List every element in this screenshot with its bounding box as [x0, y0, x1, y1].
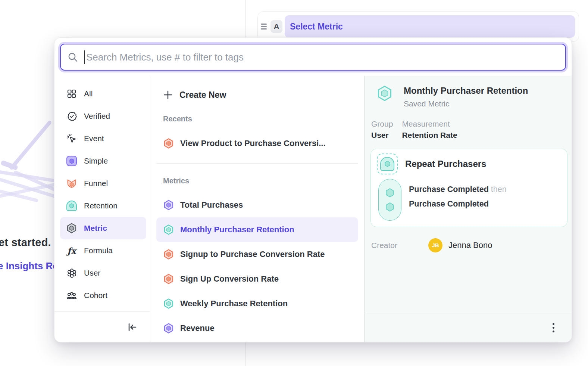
- sidebar-item-user[interactable]: User: [60, 262, 146, 284]
- search-box[interactable]: [60, 44, 566, 71]
- sidebar-item-label: All: [84, 89, 93, 98]
- sidebar-item-label: Event: [84, 134, 104, 143]
- metric-row-label: Total Purchases: [180, 200, 243, 210]
- retention-metric-icon: [66, 200, 77, 211]
- definition-card: Repeat Purchasers: [370, 149, 567, 227]
- group-field: Group User: [371, 120, 393, 140]
- group-label: Group: [371, 120, 393, 128]
- metric-hexagon-icon: [66, 223, 77, 234]
- recent-item[interactable]: View Product to Purchase Conversi...: [156, 131, 358, 156]
- grid-icon: [66, 88, 77, 99]
- background-headline-fragment: et started.: [0, 236, 51, 249]
- definition-name: Repeat Purchasers: [405, 159, 486, 169]
- simple-hexagon-icon: [163, 323, 174, 334]
- metric-list-panel: Create New Recents View Product to Purch…: [150, 76, 365, 342]
- more-options-icon[interactable]: [550, 321, 557, 335]
- background-insights-link[interactable]: e Insights Re: [0, 260, 58, 272]
- metric-row-label: Weekly Purchase Retention: [180, 299, 288, 308]
- sidebar-item-label: Metric: [84, 224, 107, 233]
- user-cluster-icon: [66, 267, 77, 279]
- measurement-field: Measurement Retention Rate: [402, 120, 457, 140]
- metric-row[interactable]: Sign Up Conversion Rate: [156, 267, 358, 291]
- sidebar-item-label: Verified: [84, 112, 110, 121]
- definition-step2: Purchase Completed: [409, 199, 507, 209]
- sidebar-item-label: Simple: [84, 156, 108, 165]
- creator-label: Creator: [371, 241, 428, 250]
- detail-title: Monthly Purchaser Retention: [404, 85, 528, 96]
- metric-row-label: Sign Up Conversion Rate: [180, 274, 279, 284]
- sidebar-item-simple[interactable]: Simple: [60, 150, 146, 172]
- recents-section-header: Recents: [150, 106, 364, 131]
- search-area: [54, 38, 572, 76]
- metric-row[interactable]: Signup to Purchase Conversion Rate: [156, 242, 358, 267]
- metric-row[interactable]: Revenue: [156, 316, 358, 341]
- sidebar-item-funnel[interactable]: Funnel: [60, 172, 146, 195]
- metric-row[interactable]: Total Purchases: [156, 193, 358, 217]
- event-sequence-capsule: [378, 179, 401, 221]
- creator-name: Jenna Bono: [448, 241, 492, 250]
- search-icon: [68, 52, 78, 62]
- metric-row-label: Monthly Purchaser Retention: [180, 225, 294, 235]
- select-metric-label: Select Metric: [290, 22, 343, 32]
- text-caret: [84, 50, 85, 64]
- collapse-sidebar-icon[interactable]: [127, 322, 137, 332]
- list-divider: [156, 163, 358, 164]
- metric-detail-panel: Monthly Purchaser Retention Saved Metric…: [365, 76, 572, 342]
- retention-cohort-icon: [377, 153, 398, 174]
- filter-sidebar: All Verified: [54, 76, 150, 342]
- recent-item-label: View Product to Purchase Conversi...: [180, 139, 326, 148]
- sidebar-item-formula[interactable]: ƒx Formula: [60, 239, 146, 262]
- sidebar-item-all[interactable]: All: [60, 83, 146, 105]
- sidebar-item-label: User: [84, 269, 100, 277]
- search-input[interactable]: [86, 52, 559, 63]
- detail-subtitle: Saved Metric: [404, 99, 528, 108]
- definition-connector: then: [491, 185, 507, 194]
- sidebar-item-label: Retention: [84, 201, 118, 210]
- simple-hexagon-icon: [163, 199, 174, 211]
- creator-row: Creator JB Jenna Bono: [371, 238, 572, 252]
- sidebar-item-label: Cohort: [84, 291, 107, 300]
- metric-row[interactable]: Weekly Purchase Retention: [156, 291, 358, 316]
- funnel-hexagon-icon: [163, 138, 174, 149]
- funnel-metric-icon: [66, 178, 77, 189]
- formula-icon: ƒx: [66, 245, 77, 256]
- metric-row-label: Signup to Purchase Conversion Rate: [180, 249, 325, 259]
- funnel-hexagon-icon: [163, 249, 174, 260]
- metric-row-selected[interactable]: Monthly Purchaser Retention: [156, 217, 358, 242]
- sidebar-item-cohort[interactable]: Cohort: [60, 284, 146, 307]
- retention-hexagon-icon: [163, 224, 174, 235]
- metric-picker-modal: All Verified: [54, 37, 572, 342]
- measurement-value: Retention Rate: [402, 131, 457, 140]
- group-value: User: [371, 131, 393, 140]
- event-hexagon-icon: [385, 188, 395, 198]
- drag-handle-icon[interactable]: [261, 24, 268, 30]
- sidebar-item-label: Formula: [84, 246, 113, 255]
- cursor-click-icon: [66, 133, 77, 144]
- creator-avatar: JB: [428, 238, 442, 252]
- detail-footer: [365, 313, 572, 342]
- event-hexagon-icon: [385, 202, 395, 212]
- metrics-section-header: Metrics: [150, 169, 364, 193]
- metric-row-label: Revenue: [180, 323, 215, 333]
- funnel-hexagon-icon: [163, 273, 174, 285]
- create-new-button[interactable]: Create New: [150, 83, 364, 106]
- cohort-icon: [66, 290, 77, 301]
- sidebar-item-label: Funnel: [84, 179, 108, 188]
- sidebar-item-verified[interactable]: Verified: [60, 105, 146, 127]
- verified-badge-icon: [66, 111, 77, 122]
- sidebar-footer: [54, 311, 150, 342]
- definition-step1: Purchase Completed: [409, 185, 489, 194]
- measurement-label: Measurement: [402, 120, 457, 128]
- simple-metric-icon: [66, 155, 77, 167]
- screen: et started. e Insights Re A Select Metri…: [0, 0, 588, 366]
- saved-metric-hexagon-icon: [376, 85, 393, 102]
- clause-letter-badge: A: [270, 20, 282, 33]
- sidebar-item-metric[interactable]: Metric: [60, 217, 146, 239]
- plus-icon: [163, 90, 173, 100]
- retention-hexagon-icon: [163, 298, 174, 309]
- select-metric-button[interactable]: Select Metric: [285, 15, 575, 38]
- sidebar-item-retention[interactable]: Retention: [60, 195, 146, 217]
- sidebar-item-event[interactable]: Event: [60, 127, 146, 150]
- create-new-label: Create New: [179, 90, 226, 100]
